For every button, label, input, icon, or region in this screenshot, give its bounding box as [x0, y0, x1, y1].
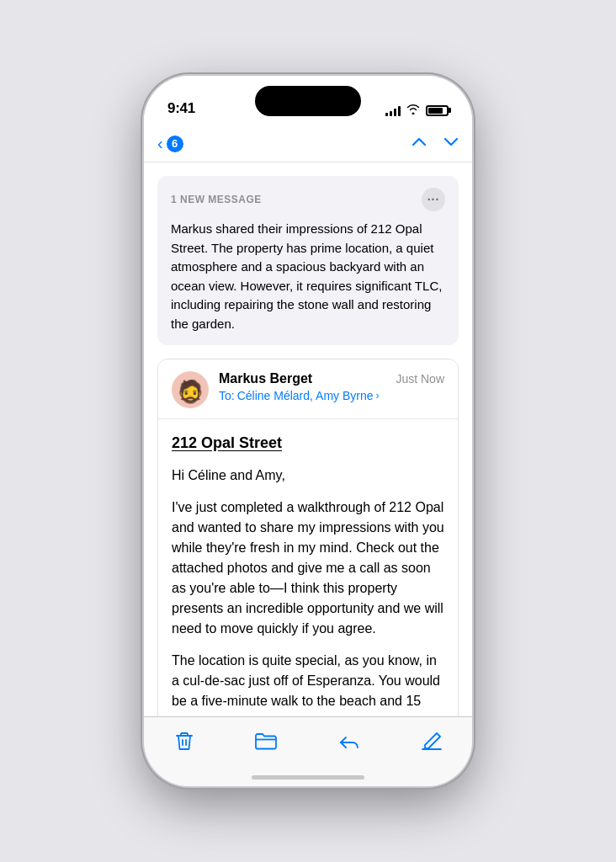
- wifi-icon: [406, 104, 420, 117]
- summary-header: 1 NEW MESSAGE ···: [171, 188, 445, 211]
- battery-icon: [426, 105, 449, 116]
- to-label: To:: [219, 389, 235, 402]
- email-time: Just Now: [396, 372, 444, 386]
- email-greeting: Hi Céline and Amy,: [172, 466, 444, 486]
- dynamic-island: [255, 86, 361, 116]
- home-indicator: [252, 775, 364, 780]
- status-time: 9:41: [167, 100, 195, 117]
- trash-button[interactable]: [157, 727, 211, 761]
- sender-row: Markus Berget Just Now: [219, 371, 444, 386]
- email-subject: 212 Opal Street: [172, 434, 444, 452]
- email-paragraph-2: The location is quite special, as you kn…: [172, 651, 444, 711]
- summary-text: Markus shared their impressions of 212 O…: [171, 220, 445, 333]
- compose-button[interactable]: [404, 727, 459, 761]
- summary-card: 1 NEW MESSAGE ··· Markus shared their im…: [157, 176, 459, 345]
- trash-icon: [174, 731, 194, 758]
- compose-icon: [421, 731, 443, 758]
- nav-down-button[interactable]: [443, 135, 459, 152]
- recipients: Céline Mélard, Amy Byrne: [237, 389, 374, 402]
- sender-name: Markus Berget: [219, 371, 312, 386]
- status-icons: [385, 104, 449, 117]
- back-chevron-icon: ‹: [157, 134, 163, 153]
- more-button[interactable]: ···: [422, 188, 445, 211]
- email-header: 🧔 Markus Berget Just Now To: Céline Méla…: [158, 359, 458, 419]
- nav-arrows: [412, 135, 459, 152]
- phone-frame: 9:41 ‹ 6: [144, 76, 472, 786]
- avatar: 🧔: [172, 371, 209, 408]
- back-button[interactable]: ‹ 6: [157, 134, 183, 153]
- content-area: 1 NEW MESSAGE ··· Markus shared their im…: [144, 162, 472, 716]
- folder-button[interactable]: [237, 727, 295, 759]
- email-body: 212 Opal Street Hi Céline and Amy, I've …: [158, 419, 458, 716]
- summary-label: 1 NEW MESSAGE: [171, 194, 262, 205]
- email-paragraph-1: I've just completed a walkthrough of 212…: [172, 498, 444, 639]
- badge-count: 6: [167, 136, 183, 152]
- folder-icon: [254, 731, 278, 756]
- reply-button[interactable]: [321, 727, 378, 759]
- sender-info: Markus Berget Just Now To: Céline Mélard…: [219, 371, 444, 402]
- recipient-row[interactable]: To: Céline Mélard, Amy Byrne ›: [219, 389, 444, 402]
- nav-bar: ‹ 6: [144, 125, 472, 162]
- recipients-chevron-icon: ›: [376, 390, 380, 402]
- signal-icon: [385, 105, 401, 116]
- avatar-emoji: 🧔: [177, 379, 204, 405]
- reply-icon: [337, 731, 361, 756]
- email-section: 🧔 Markus Berget Just Now To: Céline Méla…: [157, 359, 459, 716]
- nav-up-button[interactable]: [412, 135, 427, 152]
